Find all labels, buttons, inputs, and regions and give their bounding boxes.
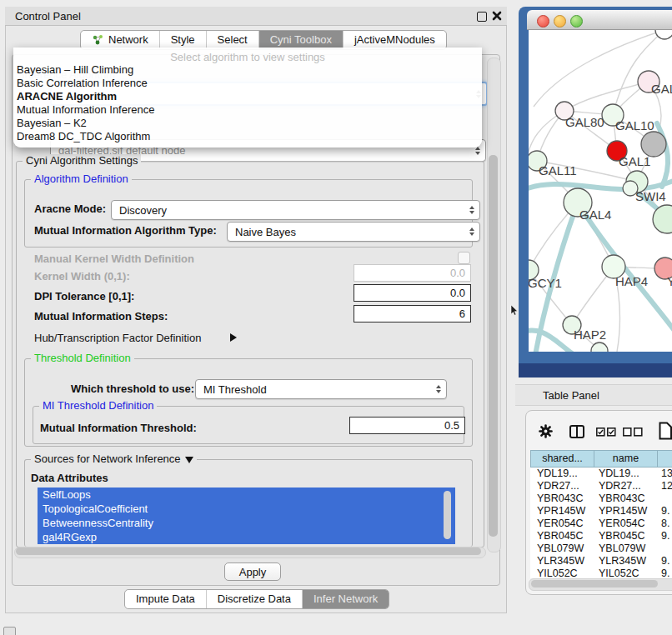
tab-cyni-toolbox[interactable]: Cyni Toolbox xyxy=(258,31,343,49)
node-label: GAL10 xyxy=(615,118,654,132)
column-header-name[interactable]: name xyxy=(594,450,658,468)
combo-spinner-icon xyxy=(436,385,441,393)
table-row[interactable]: YLR345W YLR345W 9. xyxy=(530,555,672,568)
minimized-panel-icon[interactable] xyxy=(3,627,16,635)
checked-checkbox-icon[interactable] xyxy=(596,428,605,437)
algorithm-option-highlighted[interactable]: ARACNE Algorithm xyxy=(13,90,482,103)
data-attributes-list: SelfLoops TopologicalCoefficient Between… xyxy=(38,488,455,544)
float-window-icon[interactable] xyxy=(477,12,487,22)
aracne-mode-combobox[interactable]: Discovery xyxy=(111,200,480,220)
mi-steps-field[interactable]: 6 xyxy=(354,305,471,322)
list-item-selected[interactable]: TopologicalCoefficient xyxy=(38,502,455,516)
control-panel-title: Control Panel xyxy=(15,10,81,23)
close-icon[interactable] xyxy=(492,11,502,21)
mi-threshold-label: Mutual Information Threshold: xyxy=(40,422,197,435)
table-row[interactable]: YDR27... YDR27... 12 xyxy=(530,480,672,492)
manual-kernel-checkbox xyxy=(458,252,470,264)
node-label: HAP4 xyxy=(615,274,648,288)
table-row[interactable]: YBL079W YBL079W xyxy=(530,542,672,555)
mi-type-label: Mutual Information Algorithm Type: xyxy=(34,224,217,238)
desktop: Control Panel Network Style Select Cyni … xyxy=(0,0,672,635)
zoom-traffic-light[interactable] xyxy=(570,15,583,28)
node-bottom[interactable] xyxy=(591,342,608,352)
tab-discretize-data[interactable]: Discretize Data xyxy=(206,590,302,608)
table-row[interactable]: YPR145W YPR145W 9. xyxy=(530,505,672,518)
data-attributes-label: Data Attributes xyxy=(31,472,108,485)
mi-threshold-field[interactable]: 0.5 xyxy=(349,417,465,434)
sources-group-title[interactable]: Sources for Network Inference xyxy=(31,452,197,465)
mi-steps-label: Mutual Information Steps: xyxy=(34,310,168,323)
unchecked-checkbox-icon[interactable] xyxy=(623,428,632,437)
node-label: Y xyxy=(667,274,672,288)
node-label: HAP2 xyxy=(574,328,606,342)
node-unlabeled-top[interactable] xyxy=(655,30,672,39)
list-item-selected[interactable]: SelfLoops xyxy=(38,488,455,502)
kernel-width-label: Kernel Width (0,1): xyxy=(34,270,130,283)
aracne-mode-label: Aracne Mode: xyxy=(34,202,106,216)
node-label: GAL1 xyxy=(619,154,650,168)
which-threshold-combobox[interactable]: MI Threshold xyxy=(195,379,447,399)
algorithm-dropdown-popup: Select algorithm to view settings Bayesi… xyxy=(13,48,482,148)
combo-spinner-icon xyxy=(469,228,474,236)
column-header-partial[interactable] xyxy=(657,450,672,468)
apply-button[interactable]: Apply xyxy=(224,562,281,581)
combo-spinner-icon xyxy=(469,206,474,214)
list-scrollbar-thumb[interactable] xyxy=(444,491,451,539)
algorithm-option[interactable]: Mutual Information Inference xyxy=(13,103,482,117)
document-icon[interactable] xyxy=(659,422,672,440)
tab-impute-data[interactable]: Impute Data xyxy=(125,590,206,608)
mi-type-combobox[interactable]: Naive Bayes xyxy=(227,222,480,242)
table-row[interactable]: YBR043C YBR043C xyxy=(530,492,672,505)
dpi-tolerance-field[interactable]: 0.0 xyxy=(354,284,471,302)
mi-threshold-group-title: MI Threshold Definition xyxy=(39,399,157,412)
network-window-bottom-strip xyxy=(519,363,672,378)
algorithm-placeholder: Select algorithm to view settings xyxy=(13,51,482,63)
expander-arrow-icon[interactable] xyxy=(230,333,237,342)
table-row[interactable]: YDL19... YDL19... 13 xyxy=(530,468,672,480)
manual-kernel-label: Manual Kernel Width Definition xyxy=(34,252,194,266)
list-item-selected[interactable]: gal4RGexp xyxy=(38,530,455,544)
gear-icon[interactable] xyxy=(539,424,553,438)
combo-spinner-icon xyxy=(475,147,480,155)
table-row[interactable]: YER054C YER054C 8. xyxy=(530,518,672,530)
tab-style[interactable]: Style xyxy=(159,31,206,49)
node-label: GAL4 xyxy=(579,208,611,222)
unchecked-checkbox-icon[interactable] xyxy=(634,428,643,437)
tab-infer-network[interactable]: Infer Network xyxy=(302,590,389,608)
mouse-cursor xyxy=(510,305,520,316)
table-row[interactable]: YBR045C YBR045C 9. xyxy=(530,530,672,542)
settings-horizontal-scrollbar-thumb[interactable] xyxy=(16,548,481,555)
split-columns-icon[interactable] xyxy=(569,425,584,438)
checked-checkbox-icon[interactable] xyxy=(607,428,616,437)
threshold-definition-title: Threshold Definition xyxy=(31,352,134,364)
algorithm-option[interactable]: Dream8 DC_TDC Algorithm xyxy=(13,130,482,143)
network-graph: GAL GAL80 GAL10 GAL11 GAL1 SWI4 GAL4 GCY… xyxy=(529,30,672,352)
algorithm-option[interactable]: Bayesian – K2 xyxy=(13,117,482,130)
tab-select[interactable]: Select xyxy=(206,31,258,49)
collapse-arrow-icon[interactable] xyxy=(185,457,193,463)
minimize-traffic-light[interactable] xyxy=(554,15,566,28)
list-item-selected[interactable]: BetweennessCentrality xyxy=(38,516,455,530)
settings-vertical-scrollbar-thumb[interactable] xyxy=(489,155,498,537)
table-panel-title: Table Panel xyxy=(543,389,599,402)
tab-network[interactable]: Network xyxy=(81,31,159,49)
table-horizontal-scrollbar-thumb[interactable] xyxy=(531,580,658,588)
column-header-shared-name[interactable]: shared... xyxy=(530,450,594,468)
node-gray[interactable] xyxy=(641,132,666,157)
node-label: GAL80 xyxy=(565,115,604,129)
table-row[interactable]: YIL052C YIL052C 9. xyxy=(530,568,672,578)
tab-jactivemnodules[interactable]: jActiveMNodules xyxy=(343,31,446,49)
kernel-width-field: 0.0 xyxy=(354,264,471,282)
node-label: GAL xyxy=(651,82,672,96)
hub-definition-expander[interactable]: Hub/Transcription Factor Definition xyxy=(34,332,201,345)
dpi-tolerance-label: DPI Tolerance [0,1]: xyxy=(34,290,134,303)
which-threshold-label: Which threshold to use: xyxy=(71,382,194,396)
bottom-tabs: Impute Data Discretize Data Infer Networ… xyxy=(124,589,389,609)
network-canvas[interactable]: GAL GAL80 GAL10 GAL11 GAL1 SWI4 GAL4 GCY… xyxy=(529,30,672,352)
cyni-algorithm-settings-title: Cyni Algorithm Settings xyxy=(23,154,141,167)
algorithm-definition-title: Algorithm Definition xyxy=(31,172,132,185)
node-label: GAL11 xyxy=(539,163,577,178)
algorithm-option[interactable]: Bayesian – Hill Climbing xyxy=(13,63,482,77)
algorithm-option[interactable]: Basic Correlation Inference xyxy=(13,77,482,90)
close-traffic-light[interactable] xyxy=(537,15,549,28)
